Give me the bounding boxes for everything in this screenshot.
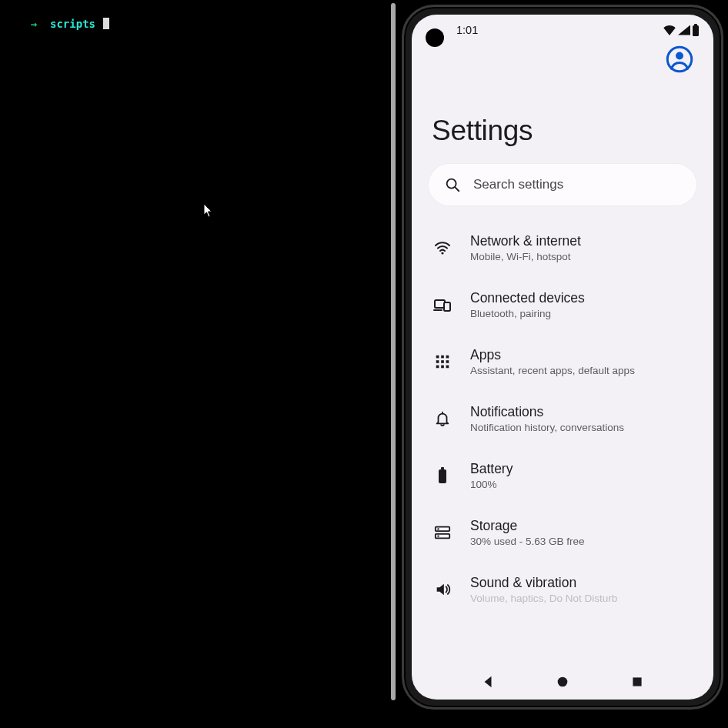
terminal-prompt: → scripts [5, 3, 385, 45]
nav-home-button[interactable] [555, 674, 570, 690]
svg-rect-14 [441, 360, 444, 363]
settings-item-label: Sound & vibration [470, 575, 617, 591]
svg-point-3 [676, 52, 683, 60]
search-icon [444, 176, 461, 193]
wifi-settings-icon [433, 239, 452, 257]
pane-scrollbar[interactable] [389, 0, 397, 728]
search-placeholder: Search settings [473, 177, 563, 192]
status-bar: 1:01 [412, 15, 713, 45]
battery-icon [692, 24, 700, 36]
profile-icon [666, 45, 693, 73]
nav-back-icon [481, 675, 495, 689]
nav-recent-icon [631, 676, 643, 688]
battery-settings-icon [437, 466, 448, 485]
signal-icon [678, 25, 690, 35]
settings-list[interactable]: Network & internet Mobile, Wi-Fi, hotspo… [412, 219, 713, 664]
nav-back-button[interactable] [480, 674, 496, 690]
svg-rect-12 [446, 356, 449, 359]
status-icons [663, 24, 700, 36]
settings-item-label: Apps [470, 347, 635, 363]
svg-point-26 [558, 677, 568, 687]
settings-item-sub: Bluetooth, pairing [470, 308, 585, 319]
apps-grid-icon [434, 353, 451, 370]
prompt-cwd: scripts [50, 18, 95, 30]
settings-item-label: Network & internet [470, 233, 581, 249]
svg-rect-8 [444, 302, 450, 311]
storage-icon [434, 525, 451, 540]
svg-rect-27 [633, 677, 642, 686]
nav-recent-button[interactable] [629, 674, 645, 690]
settings-item-connected-devices[interactable]: Connected devices Bluetooth, pairing [418, 276, 707, 333]
svg-rect-18 [446, 366, 449, 369]
bell-icon [434, 409, 451, 428]
svg-point-25 [437, 535, 439, 536]
settings-item-label: Notifications [470, 404, 624, 420]
scrollbar-thumb[interactable] [391, 3, 396, 700]
camera-punch-hole [426, 28, 444, 47]
svg-rect-13 [436, 360, 439, 363]
settings-item-sub: 30% used - 5.63 GB free [470, 536, 585, 547]
settings-item-sub: Mobile, Wi-Fi, hotspot [470, 251, 581, 262]
settings-item-storage[interactable]: Storage 30% used - 5.63 GB free [418, 504, 707, 561]
svg-rect-10 [436, 356, 439, 359]
settings-item-label: Battery [470, 461, 513, 477]
svg-point-4 [447, 179, 456, 189]
search-settings[interactable]: Search settings [429, 164, 696, 205]
svg-rect-16 [436, 366, 439, 369]
navigation-bar [412, 664, 713, 700]
svg-rect-0 [693, 25, 699, 36]
page-title: Settings [432, 115, 693, 147]
settings-item-notifications[interactable]: Notifications Notification history, conv… [418, 390, 707, 447]
svg-rect-21 [441, 467, 444, 469]
settings-item-apps[interactable]: Apps Assistant, recent apps, default app… [418, 333, 707, 390]
mouse-cursor-icon [203, 203, 214, 219]
svg-point-6 [441, 252, 443, 254]
settings-header: Settings [412, 45, 713, 159]
settings-item-sub: 100% [470, 479, 513, 490]
nav-home-icon [556, 675, 569, 689]
svg-rect-11 [441, 356, 444, 359]
svg-line-5 [456, 188, 459, 192]
wifi-icon [663, 25, 676, 35]
phone-screen[interactable]: 1:01 Settings [412, 15, 713, 700]
status-time: 1:01 [456, 24, 478, 36]
settings-item-label: Connected devices [470, 290, 585, 306]
settings-item-sub: Assistant, recent apps, default apps [470, 365, 635, 376]
svg-rect-1 [694, 24, 697, 26]
settings-item-network[interactable]: Network & internet Mobile, Wi-Fi, hotspo… [418, 219, 707, 276]
settings-item-label: Storage [470, 518, 585, 534]
terminal-pane[interactable]: → scripts [0, 0, 389, 728]
phone-emulator-pane: 1:01 Settings [397, 0, 728, 728]
phone-frame: 1:01 Settings [402, 5, 723, 710]
terminal-cursor [103, 18, 109, 29]
settings-item-sub: Volume, haptics, Do Not Disturb [470, 593, 617, 604]
devices-icon [433, 296, 452, 314]
settings-item-battery[interactable]: Battery 100% [418, 447, 707, 504]
settings-item-sound[interactable]: Sound & vibration Volume, haptics, Do No… [418, 561, 707, 618]
sound-icon [433, 581, 452, 598]
settings-item-sub: Notification history, conversations [470, 422, 624, 433]
svg-rect-15 [446, 360, 449, 363]
prompt-arrow-icon: → [31, 18, 37, 30]
svg-rect-20 [439, 469, 446, 483]
svg-point-24 [437, 528, 439, 529]
profile-button[interactable] [666, 45, 693, 76]
svg-rect-17 [441, 366, 444, 369]
